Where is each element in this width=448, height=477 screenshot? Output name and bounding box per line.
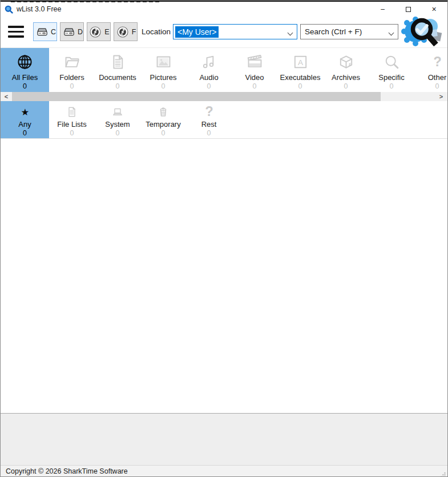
category-tile-documents[interactable]: Documents0	[95, 48, 140, 92]
category-tile-specific[interactable]: Specific0	[369, 48, 414, 92]
category-label: Temporary	[146, 120, 180, 129]
picture-icon	[155, 52, 172, 71]
category-tile-archives[interactable]: Archives0	[323, 48, 369, 92]
app-magnifier-icon	[5, 5, 13, 14]
category-count: 0	[298, 82, 302, 90]
maximize-button[interactable]	[395, 2, 421, 16]
category-tile-file-lists[interactable]: File Lists0	[49, 101, 95, 138]
category-tile-video[interactable]: Video0	[232, 48, 277, 92]
category-tile-temporary[interactable]: Temporary0	[140, 101, 186, 138]
category-label: Specific	[378, 73, 405, 82]
category-tile-executables[interactable]: AExecutables0	[277, 48, 323, 92]
drive-button-e[interactable]: E	[87, 22, 111, 41]
category-count: 0	[162, 82, 166, 90]
drive-button-d[interactable]: D	[60, 22, 84, 41]
status-bar: Copyright © 2026 SharkTime Software	[1, 465, 447, 477]
category-tile-any[interactable]: ★Any0	[1, 101, 49, 138]
minimize-button[interactable]: –	[370, 2, 395, 16]
category-count: 0	[23, 129, 27, 137]
optical-disc-icon	[88, 25, 104, 39]
hamburger-icon	[8, 26, 24, 28]
optical-disc-icon	[115, 25, 131, 39]
category-count: 0	[70, 82, 74, 90]
category-tile-rest[interactable]: ?Rest0	[186, 101, 232, 138]
location-label: Location	[142, 27, 171, 36]
category-label: Pictures	[150, 73, 177, 82]
window-title: wList 3.0 Free	[17, 5, 62, 13]
category-label: Any	[18, 120, 31, 129]
trash-icon	[157, 105, 169, 118]
category-tile-other[interactable]: ?Other0	[414, 48, 447, 92]
category-count: 0	[70, 129, 74, 137]
scrollbar-thumb[interactable]	[12, 92, 381, 101]
drive-button-f[interactable]: F	[114, 22, 138, 41]
file-list-area[interactable]	[1, 138, 447, 414]
horizontal-scrollbar[interactable]: < >	[1, 92, 447, 101]
category-tile-all-files[interactable]: All Files0	[1, 48, 49, 92]
category-count: 0	[390, 82, 394, 90]
category-label: Executables	[280, 73, 321, 82]
svg-text:?: ?	[433, 54, 441, 69]
window-controls: – ×	[370, 2, 447, 16]
category-label: System	[105, 120, 130, 129]
search-placeholder-text: Search (Ctrl + F)	[305, 27, 362, 36]
svg-text:★: ★	[21, 107, 29, 117]
clapperboard-icon	[246, 52, 264, 71]
search-combobox[interactable]: Search (Ctrl + F)	[300, 24, 398, 39]
app-window: wList 3.0 Free – × CDEF Location <My Use…	[0, 0, 448, 477]
file-list-icon	[66, 105, 78, 118]
details-panel	[1, 414, 447, 465]
copyright-text: Copyright © 2026 SharkTime Software	[6, 467, 128, 475]
category-count: 0	[116, 82, 120, 90]
svg-text:A: A	[297, 58, 303, 66]
category-count: 0	[23, 82, 27, 90]
location-combobox[interactable]: <My User>	[173, 24, 297, 39]
resize-grip-icon[interactable]	[440, 470, 446, 475]
category-count: 0	[435, 82, 439, 90]
globe-icon	[16, 52, 34, 71]
magnifier-icon	[383, 52, 401, 71]
category-row-groups: ★Any0File Lists0System0Temporary0?Rest0	[1, 101, 447, 138]
category-count: 0	[207, 82, 211, 90]
scroll-right-button[interactable]: >	[435, 92, 447, 101]
category-label: Folders	[59, 73, 84, 82]
svg-text:?: ?	[205, 104, 213, 119]
category-tile-pictures[interactable]: Pictures0	[140, 48, 186, 92]
drive-letter: D	[78, 28, 83, 36]
question-icon: ?	[200, 105, 218, 118]
category-count: 0	[116, 129, 120, 137]
scroll-left-button[interactable]: <	[1, 92, 12, 101]
laptop-icon	[111, 105, 124, 118]
folder-icon	[63, 52, 81, 71]
wlist-logo-icon	[401, 16, 446, 47]
category-tile-folders[interactable]: Folders0	[49, 48, 95, 92]
box-icon	[337, 52, 355, 71]
toolbar: CDEF Location <My User> Search (Ctrl + F…	[1, 16, 447, 47]
hard-drive-icon	[61, 25, 77, 39]
chevron-down-icon	[389, 31, 394, 35]
category-tile-system[interactable]: System0	[95, 101, 140, 138]
question-icon: ?	[429, 52, 446, 71]
close-button[interactable]: ×	[421, 2, 447, 16]
category-label: Other	[428, 73, 447, 82]
category-count: 0	[253, 82, 257, 90]
category-count: 0	[344, 82, 348, 90]
category-row-types: All Files0Folders0Documents0Pictures0Aud…	[1, 47, 447, 92]
drive-letter: C	[51, 28, 56, 36]
category-label: Rest	[201, 120, 217, 129]
location-selected-value: <My User>	[175, 26, 219, 38]
drive-button-c[interactable]: C	[33, 22, 57, 41]
drive-letter: E	[104, 28, 109, 36]
category-count: 0	[162, 129, 166, 137]
category-tile-audio[interactable]: Audio0	[186, 48, 232, 92]
title-bar: wList 3.0 Free – ×	[1, 2, 447, 16]
maximize-icon	[406, 7, 411, 12]
category-label: All Files	[12, 73, 38, 82]
category-label: Documents	[99, 73, 136, 82]
menu-button[interactable]	[8, 26, 24, 38]
category-label: File Lists	[57, 120, 86, 129]
category-label: Archives	[332, 73, 360, 82]
category-label: Audio	[199, 73, 218, 82]
category-label: Video	[245, 73, 264, 82]
star-icon: ★	[19, 105, 31, 118]
